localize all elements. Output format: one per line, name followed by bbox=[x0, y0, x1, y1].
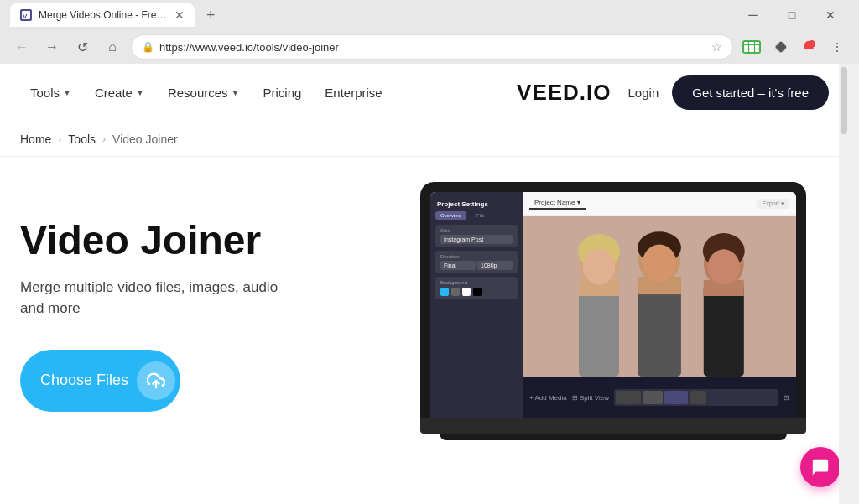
size-value: Instagram Post bbox=[440, 235, 513, 244]
resources-chevron-icon: ▼ bbox=[232, 88, 240, 97]
nav-left: Tools ▼ Create ▼ Resources ▼ Pricing Ent… bbox=[20, 79, 500, 107]
menu-icon[interactable]: ⋮ bbox=[825, 35, 849, 59]
video-preview-image bbox=[523, 216, 796, 377]
close-window-button[interactable]: ✕ bbox=[812, 3, 849, 27]
breadcrumb-tools[interactable]: Tools bbox=[68, 132, 96, 146]
editor-ui: Project Settings Overview File Size Inst… bbox=[430, 192, 796, 418]
svg-point-18 bbox=[643, 245, 676, 282]
resolution-value: 1080p bbox=[477, 261, 513, 270]
timeline-clip-2[interactable] bbox=[643, 391, 663, 404]
hero-section: Video Joiner Merge multiple video files,… bbox=[0, 157, 849, 457]
browser-tab[interactable]: V Merge Videos Online - Free Vide... ✕ bbox=[10, 3, 195, 27]
back-button[interactable]: ← bbox=[10, 35, 34, 59]
project-name-tab[interactable]: Project Name ▾ bbox=[529, 197, 586, 210]
choose-files-label: Choose Files bbox=[40, 372, 128, 389]
scrollbar-thumb[interactable] bbox=[841, 67, 847, 134]
chat-icon bbox=[811, 458, 830, 476]
new-tab-button[interactable]: + bbox=[201, 5, 221, 26]
duration-value: Final bbox=[440, 261, 476, 270]
home-button[interactable]: ⌂ bbox=[101, 35, 124, 59]
extensions-grid-icon[interactable] bbox=[740, 35, 763, 59]
laptop-wrapper: Project Settings Overview File Size Inst… bbox=[420, 182, 806, 440]
tab-favicon: V bbox=[20, 9, 32, 21]
breadcrumb-home[interactable]: Home bbox=[20, 132, 51, 146]
breadcrumb-sep-2: › bbox=[102, 133, 106, 145]
hero-subtitle: Merge multiple video files, images, audi… bbox=[20, 277, 305, 320]
puzzle-icon[interactable] bbox=[768, 35, 792, 59]
svg-point-17 bbox=[583, 249, 615, 284]
hero-content-left: Video Joiner Merge multiple video files,… bbox=[20, 210, 381, 412]
reload-button[interactable]: ↺ bbox=[70, 35, 94, 59]
svg-rect-12 bbox=[704, 284, 744, 377]
login-link[interactable]: Login bbox=[628, 86, 659, 100]
color-swatch-white[interactable] bbox=[462, 288, 471, 296]
export-button[interactable]: Export ▾ bbox=[757, 199, 789, 209]
background-field: Background bbox=[435, 277, 518, 299]
url-text: https://www.veed.io/tools/video-joiner bbox=[159, 41, 706, 54]
size-label: Size bbox=[440, 228, 513, 233]
svg-point-19 bbox=[708, 249, 740, 284]
browser-chrome: V Merge Videos Online - Free Vide... ✕ +… bbox=[0, 0, 859, 64]
breadcrumb: Home › Tools › Video Joiner bbox=[0, 122, 849, 157]
file-tab[interactable]: File bbox=[471, 211, 490, 220]
window-controls: ─ □ ✕ bbox=[735, 3, 849, 27]
tab-close-button[interactable]: ✕ bbox=[174, 8, 185, 22]
site-logo[interactable]: VEED.IO bbox=[517, 80, 611, 106]
editor-sidebar-header: Project Settings bbox=[435, 197, 518, 211]
breadcrumb-sep-1: › bbox=[58, 133, 61, 145]
timeline-clip-4[interactable] bbox=[690, 391, 706, 404]
get-started-button[interactable]: Get started – it's free bbox=[672, 75, 829, 110]
page-content: Tools ▼ Create ▼ Resources ▼ Pricing Ent… bbox=[0, 64, 849, 504]
navigation: Tools ▼ Create ▼ Resources ▼ Pricing Ent… bbox=[0, 64, 849, 122]
color-swatch-blue[interactable] bbox=[440, 288, 449, 296]
editor-toolbar: Project Name ▾ Export ▾ bbox=[523, 192, 796, 216]
nav-enterprise[interactable]: Enterprise bbox=[315, 79, 392, 107]
nav-pricing[interactable]: Pricing bbox=[252, 79, 311, 107]
address-bar[interactable]: 🔒 https://www.veed.io/tools/video-joiner… bbox=[131, 34, 733, 60]
timeline-clip-1[interactable] bbox=[616, 391, 641, 404]
nav-right: Login Get started – it's free bbox=[628, 75, 829, 110]
create-chevron-icon: ▼ bbox=[136, 88, 144, 97]
scrollbar[interactable] bbox=[839, 64, 849, 504]
breadcrumb-current: Video Joiner bbox=[112, 132, 178, 146]
bookmark-icon[interactable]: ☆ bbox=[711, 40, 722, 54]
laptop-screen-outer: Project Settings Overview File Size Inst… bbox=[420, 182, 806, 418]
tools-chevron-icon: ▼ bbox=[63, 88, 71, 97]
duration-field: Duration Final 1080p bbox=[435, 251, 518, 273]
editor-timeline-bar: + Add Media ⊞ Split View ⊡ bbox=[523, 377, 796, 418]
add-media-button[interactable]: + Add Media bbox=[529, 394, 567, 402]
nav-resources[interactable]: Resources ▼ bbox=[158, 79, 250, 107]
svg-text:V: V bbox=[23, 13, 28, 19]
notifications-icon[interactable] bbox=[797, 35, 820, 59]
minimize-button[interactable]: ─ bbox=[735, 3, 772, 27]
editor-canvas bbox=[523, 216, 796, 377]
duration-label: Duration bbox=[440, 254, 513, 259]
fit-to-window-button[interactable]: ⊡ bbox=[784, 394, 789, 402]
browser-right-icons: ⋮ bbox=[740, 35, 849, 59]
choose-files-button[interactable]: Choose Files bbox=[20, 350, 180, 412]
hero-title: Video Joiner bbox=[20, 219, 381, 263]
tab-title: Merge Videos Online - Free Vide... bbox=[39, 9, 168, 21]
editor-main: Project Name ▾ Export ▾ bbox=[523, 192, 796, 418]
laptop-base bbox=[420, 418, 806, 434]
nav-create[interactable]: Create ▼ bbox=[85, 79, 154, 107]
overview-tab[interactable]: Overview bbox=[435, 211, 466, 220]
color-swatch-black[interactable] bbox=[473, 288, 482, 296]
forward-button[interactable]: → bbox=[40, 35, 64, 59]
laptop-screen-inner: Project Settings Overview File Size Inst… bbox=[430, 192, 796, 418]
background-label: Background bbox=[440, 280, 513, 285]
browser-controls-bar: ← → ↺ ⌂ 🔒 https://www.veed.io/tools/vide… bbox=[0, 30, 859, 64]
color-swatch-gray[interactable] bbox=[451, 288, 460, 296]
nav-tools[interactable]: Tools ▼ bbox=[20, 79, 81, 107]
chat-support-button[interactable] bbox=[800, 447, 841, 487]
timeline-clip-3[interactable] bbox=[664, 391, 688, 404]
upload-icon bbox=[137, 361, 175, 400]
hero-laptop-mockup: Project Settings Overview File Size Inst… bbox=[398, 182, 829, 440]
maximize-button[interactable]: □ bbox=[773, 3, 810, 27]
size-field: Size Instagram Post bbox=[435, 225, 518, 247]
laptop-foot bbox=[440, 434, 787, 440]
svg-rect-6 bbox=[579, 284, 619, 377]
lock-icon: 🔒 bbox=[142, 41, 154, 53]
split-view-button[interactable]: ⊞ Split View bbox=[572, 394, 609, 402]
browser-titlebar: V Merge Videos Online - Free Vide... ✕ +… bbox=[0, 0, 859, 30]
